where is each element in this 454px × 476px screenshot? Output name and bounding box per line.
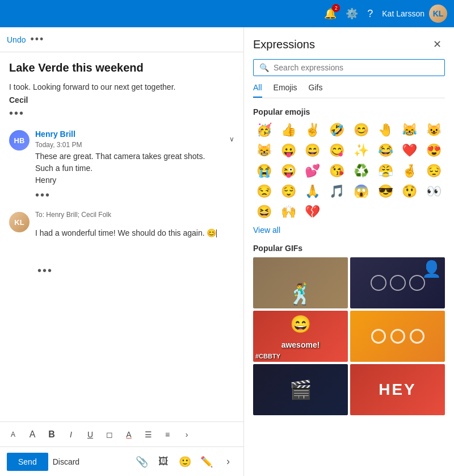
search-input[interactable] bbox=[274, 63, 439, 72]
emoji-item[interactable]: 💕 bbox=[302, 162, 324, 180]
avatar: KL bbox=[429, 5, 447, 23]
compose-area[interactable]: I had a wonderful time! We should do thi… bbox=[35, 222, 234, 256]
bold-button[interactable]: B bbox=[43, 426, 60, 443]
compose-more-button[interactable]: ••• bbox=[35, 263, 55, 278]
email-subject: Lake Verde this weekend bbox=[9, 61, 234, 74]
search-box[interactable]: 🔍 bbox=[253, 59, 445, 76]
bullets-button[interactable]: ☰ bbox=[140, 426, 157, 443]
emoji-item[interactable]: 👍 bbox=[278, 121, 300, 139]
tab-emojis[interactable]: Emojis bbox=[274, 83, 297, 98]
emoji-item[interactable]: 😔 bbox=[423, 162, 445, 180]
emoji-item[interactable]: 💔 bbox=[302, 203, 324, 221]
emoji-item[interactable]: 😄 bbox=[302, 141, 324, 160]
emoji-item[interactable]: 😸 bbox=[253, 141, 275, 160]
text-cursor bbox=[216, 229, 217, 237]
tab-all[interactable]: All bbox=[253, 83, 262, 98]
gif-placeholder: #CBBTY awesome! 😄 bbox=[253, 311, 348, 362]
numbered-list-button[interactable]: ≡ bbox=[159, 426, 176, 443]
emoji-item[interactable]: ❤️ bbox=[399, 141, 421, 160]
emoji-item[interactable]: 😆 bbox=[253, 203, 275, 221]
emoji-item[interactable]: 🥳 bbox=[253, 121, 275, 139]
tab-gifs[interactable]: Gifs bbox=[309, 83, 323, 98]
emoji-item[interactable]: 😜 bbox=[278, 162, 300, 180]
emoji-item[interactable]: 😊 bbox=[350, 121, 372, 139]
send-button[interactable]: Send bbox=[7, 453, 48, 471]
gif-grid: 🕺 👤 #CBBTY awesome! bbox=[253, 257, 445, 415]
italic-button[interactable]: I bbox=[62, 426, 79, 443]
highlight-button[interactable]: ◻ bbox=[101, 426, 118, 443]
emoji-item[interactable]: 😛 bbox=[278, 141, 300, 160]
emoji-item[interactable]: 😺 bbox=[423, 121, 445, 139]
user-name: Kat Larsson bbox=[382, 9, 424, 18]
gif-item[interactable]: 🎬 bbox=[253, 364, 348, 415]
user-profile[interactable]: Kat Larsson KL bbox=[382, 5, 447, 23]
henry-message-time: Today, 3:01 PM bbox=[35, 141, 82, 149]
emoji-item[interactable]: ♻️ bbox=[350, 162, 372, 180]
emoji-item[interactable]: 👀 bbox=[423, 182, 445, 201]
henry-message-text: These are great. That camera takes great… bbox=[35, 151, 234, 186]
emoji-button[interactable]: 🙂 bbox=[176, 453, 194, 470]
emoji-item[interactable]: ✌️ bbox=[302, 121, 324, 139]
attach-button[interactable]: 📎 bbox=[133, 453, 150, 470]
increase-font-button[interactable]: A bbox=[24, 426, 41, 443]
toolbar-more-button[interactable]: ••• bbox=[30, 34, 44, 45]
more-format-button[interactable]: › bbox=[178, 426, 195, 443]
gif-item[interactable]: HEY bbox=[350, 364, 445, 415]
emoji-item[interactable]: 😘 bbox=[326, 162, 348, 180]
message-cecil: I took. Looking forward to our next get … bbox=[9, 81, 234, 120]
emoji-grid: 🥳 👍 ✌️ 🤣 😊 🤚 😹 😺 😸 😛 😄 😋 ✨ 😂 ❤️ 😍 😭 😜 💕 … bbox=[253, 121, 445, 221]
view-all-emojis-button[interactable]: View all bbox=[253, 226, 445, 235]
emoji-item[interactable]: 😒 bbox=[253, 182, 275, 201]
decrease-font-button[interactable]: A bbox=[5, 426, 22, 443]
kat-avatar: KL bbox=[9, 212, 30, 232]
image-button[interactable]: 🖼 bbox=[155, 453, 172, 470]
gif-placeholder: 👤 bbox=[350, 257, 445, 308]
reply-content: To: Henry Brill; Cecil Folk I had a wond… bbox=[35, 211, 234, 256]
henry-avatar: HB bbox=[9, 130, 30, 151]
gif-item[interactable]: #CBBTY awesome! 😄 bbox=[253, 311, 348, 362]
emoji-item[interactable]: 😌 bbox=[278, 182, 300, 201]
emoji-item[interactable]: 🎵 bbox=[326, 182, 348, 201]
emoji-item[interactable]: 😤 bbox=[375, 162, 397, 180]
emoji-item[interactable]: 😹 bbox=[399, 121, 421, 139]
emoji-item[interactable]: 😋 bbox=[326, 141, 348, 160]
henry-more-button[interactable]: ••• bbox=[35, 189, 234, 202]
henry-name: Henry Brill bbox=[35, 130, 75, 139]
popular-emojis-title: Popular emojis bbox=[253, 107, 445, 116]
emoji-item[interactable]: 😎 bbox=[375, 182, 397, 201]
cecil-more-button[interactable]: ••• bbox=[9, 107, 234, 120]
underline-button[interactable]: U bbox=[82, 426, 99, 443]
emoji-item[interactable]: 🤣 bbox=[326, 121, 348, 139]
gif-item[interactable]: 👤 bbox=[350, 257, 445, 308]
henry-message-body: Henry Brill Today, 3:01 PM ∨ These are g… bbox=[35, 129, 234, 202]
reply-text: I had a wonderful time! We should do thi… bbox=[35, 228, 216, 237]
emoji-item[interactable]: ✨ bbox=[350, 141, 372, 160]
gif-item[interactable] bbox=[350, 311, 445, 362]
draw-button[interactable]: ✏️ bbox=[198, 453, 215, 470]
font-color-button[interactable]: A bbox=[120, 426, 137, 443]
reply-recipients: To: Henry Brill; Cecil Folk bbox=[35, 211, 234, 219]
panel-title: Expressions bbox=[253, 38, 315, 51]
bell-icon[interactable]: 🔔 2 bbox=[324, 7, 337, 20]
message-henry: HB Henry Brill Today, 3:01 PM ∨ These ar… bbox=[9, 129, 234, 202]
more-send-button[interactable]: › bbox=[220, 453, 237, 470]
emoji-item[interactable]: 🙏 bbox=[302, 182, 324, 201]
emoji-item[interactable]: 😱 bbox=[350, 182, 372, 201]
emoji-item[interactable]: 😂 bbox=[375, 141, 397, 160]
gif-item[interactable]: 🕺 bbox=[253, 257, 348, 308]
emoji-item[interactable]: 😲 bbox=[399, 182, 421, 201]
henry-expand-button[interactable]: ∨ bbox=[229, 135, 234, 143]
emoji-item[interactable]: 🤞 bbox=[399, 162, 421, 180]
help-icon[interactable]: ? bbox=[367, 8, 373, 20]
cecil-message-text: I took. Looking forward to our next get … bbox=[9, 81, 234, 93]
close-button[interactable]: ✕ bbox=[429, 36, 445, 52]
undo-button[interactable]: Undo bbox=[7, 35, 26, 44]
emoji-item[interactable]: 😭 bbox=[253, 162, 275, 180]
format-toolbar: A A B I U ◻ A ☰ ≡ › bbox=[0, 421, 243, 446]
emoji-item[interactable]: 🤚 bbox=[375, 121, 397, 139]
emoji-item[interactable]: 🙌 bbox=[278, 203, 300, 221]
settings-icon[interactable]: ⚙️ bbox=[346, 7, 358, 20]
emoji-item[interactable]: 😍 bbox=[423, 141, 445, 160]
panel-header: Expressions ✕ bbox=[253, 36, 445, 52]
discard-button[interactable]: Discard bbox=[53, 457, 79, 466]
